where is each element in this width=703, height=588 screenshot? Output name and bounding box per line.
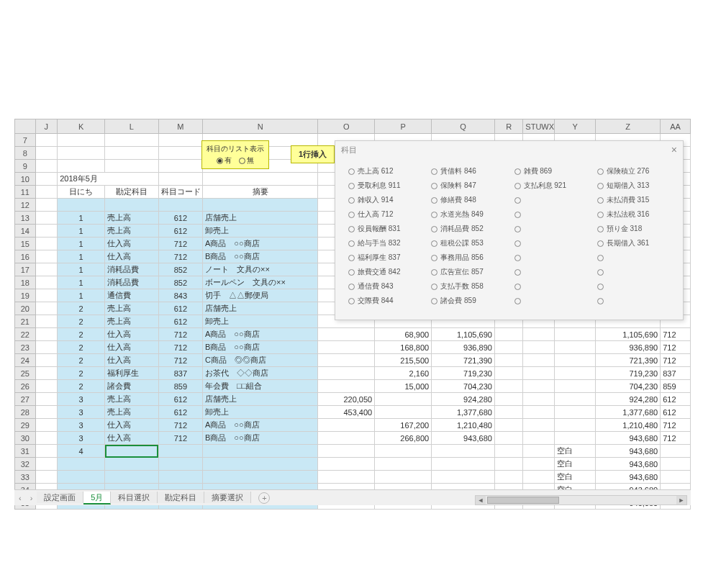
cell-date[interactable]: 1 [58,289,105,302]
cell[interactable] [105,199,159,212]
kamoku-option[interactable]: 受取利息 911 [348,180,425,191]
cell[interactable] [105,147,159,160]
cell-p[interactable] [375,406,432,419]
cell-y[interactable]: 空白 [555,445,596,458]
kamoku-option[interactable]: 雑費 869 [514,166,591,177]
cell-q[interactable]: 1,210,480 [432,419,495,432]
cell-q[interactable]: 721,390 [432,354,495,367]
row-header[interactable]: 22 [15,328,36,341]
cell[interactable] [35,263,58,276]
cell-z[interactable]: 1,377,680 [596,406,661,419]
cell-date[interactable]: 2 [58,341,105,354]
kamoku-option[interactable]: 短期借入 313 [597,180,674,191]
kamoku-option[interactable]: 保険料 847 [431,180,508,191]
cell[interactable] [523,328,555,341]
cell[interactable] [203,199,318,212]
row-header[interactable]: 9 [15,160,36,173]
cell-q[interactable]: 936,890 [432,341,495,354]
cell[interactable] [105,160,159,173]
cell[interactable] [494,432,522,445]
row-header[interactable]: 14 [15,225,36,238]
cell[interactable] [523,471,555,484]
cell-p[interactable]: 2,160 [375,367,432,380]
cell[interactable] [35,186,58,199]
cell-code[interactable]: 612 [158,212,202,225]
kamoku-option[interactable]: 売上高 612 [348,166,425,177]
kamoku-option[interactable]: 広告宣伝 857 [431,266,508,278]
cell[interactable] [35,471,58,484]
sheet-tab[interactable]: 科目選択 [111,492,158,503]
row-header[interactable]: 28 [15,406,36,419]
cell-z[interactable]: 1,105,690 [596,328,661,341]
cell[interactable] [35,328,58,341]
column-header[interactable]: K [58,119,105,134]
cell-account[interactable]: 福利厚生 [105,367,159,380]
cell-p[interactable]: 168,800 [375,341,432,354]
cell[interactable] [523,354,555,367]
cell-date[interactable]: 1 [58,263,105,276]
cell-aa[interactable]: 712 [661,419,691,432]
column-header[interactable]: STUWX [523,119,555,134]
cell-z[interactable]: 704,230 [596,380,661,393]
cell-code[interactable]: 612 [158,315,202,328]
cell-account[interactable]: 仕入高 [105,238,159,250]
cell-desc[interactable] [203,471,318,484]
cell-code[interactable] [158,445,202,458]
cell[interactable] [661,458,691,471]
cell-account[interactable]: 仕入高 [105,250,159,263]
cell[interactable] [523,432,555,445]
cell[interactable] [35,419,58,432]
cell-aa[interactable]: 612 [661,406,691,419]
cell[interactable] [494,367,522,380]
cell-y[interactable]: 空白 [555,471,596,484]
cell[interactable] [58,160,105,173]
cell-code[interactable]: 859 [158,380,202,393]
cell[interactable] [555,432,596,445]
cell-code[interactable] [158,471,202,484]
kamoku-option[interactable]: 保険積立 276 [597,166,674,177]
cell-q[interactable]: 924,280 [432,393,495,406]
cell-q[interactable]: 1,105,690 [432,328,495,341]
cell[interactable] [432,471,495,484]
cell-p[interactable]: 15,000 [375,380,432,393]
row-header[interactable]: 10 [15,173,36,186]
cell[interactable] [318,471,375,484]
cell-code[interactable]: 712 [158,238,202,250]
scroll-thumb[interactable] [487,497,559,504]
cell-code[interactable]: 712 [158,432,202,445]
kamoku-option[interactable]: 役員報酬 831 [348,223,425,235]
column-header[interactable]: J [35,119,58,134]
sheet-tab[interactable]: 設定画面 [37,492,83,503]
cell[interactable] [35,199,58,212]
cell-desc[interactable]: A商品 ○○商店 [203,328,318,341]
cell-q[interactable]: 704,230 [432,380,495,393]
cell[interactable] [35,380,58,393]
sheet-tab[interactable]: 5月 [83,492,111,505]
kamoku-option[interactable]: 未払消費 315 [597,194,674,206]
cell-desc[interactable]: 年会費 □□組合 [203,380,318,393]
cell[interactable] [375,445,432,458]
cell[interactable] [35,445,58,458]
row-header[interactable]: 30 [15,432,36,445]
cell-aa[interactable]: 837 [661,367,691,380]
cell-p[interactable]: 167,200 [375,419,432,432]
column-header[interactable]: L [105,119,159,134]
cell-desc[interactable]: A商品 ○○商店 [203,238,318,250]
cell-account[interactable]: 消耗品費 [105,276,159,289]
radio-off[interactable]: 無 [239,155,254,166]
kamoku-option[interactable]: 雑収入 914 [348,194,425,206]
cell-desc[interactable]: B商品 ○○商店 [203,250,318,263]
cell-date[interactable]: 2 [58,380,105,393]
cell-account[interactable]: 売上高 [105,406,159,419]
cell-account[interactable]: 売上高 [105,393,159,406]
cell-account[interactable]: 通信費 [105,289,159,302]
cell-aa[interactable]: 612 [661,393,691,406]
column-header[interactable]: Z [596,119,661,134]
row-header[interactable]: 19 [15,289,36,302]
cell-aa[interactable]: 712 [661,354,691,367]
cell[interactable] [105,134,159,147]
scroll-right-icon[interactable]: ► [676,496,686,505]
row-header[interactable]: 17 [15,263,36,276]
cell[interactable] [158,134,202,147]
cell-o[interactable] [318,380,375,393]
